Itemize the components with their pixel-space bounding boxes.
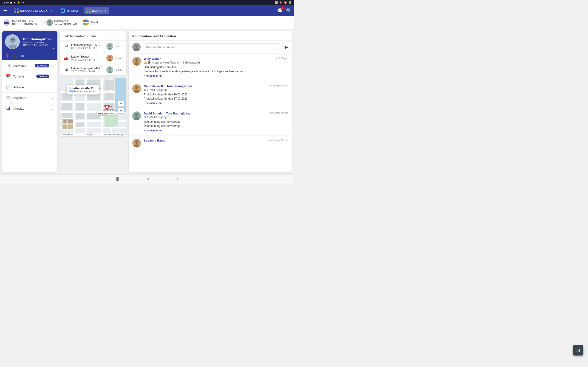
map-zoom-in[interactable]: +: [118, 101, 124, 107]
map-container[interactable]: Hannover r Kröpcke (U) Industr... Handel…: [60, 78, 126, 136]
comment-time-david: vor einem Monat: [269, 111, 288, 114]
angebote-chevron: ⌄: [52, 96, 54, 100]
svg-rect-8: [86, 11, 88, 13]
email-out-icon-0: ✉: [63, 44, 69, 49]
cp-item-1[interactable]: 🚗 Letzter Besuch 07.04.2020 um 14:42 Sus…: [60, 52, 126, 64]
comment-type-willy: 🔔 Erinnerung (Kein Abgleich mit Groupwar…: [144, 61, 288, 64]
location-icon[interactable]: 📍: [5, 54, 10, 58]
cp-label-0: Letzte Ausgangs-E-M...: [71, 43, 104, 47]
svg-rect-2: [15, 11, 16, 13]
mycrm-tab-label: MYCRM: [66, 9, 78, 12]
nav-tab-mycrm[interactable]: MYCRM: [58, 7, 80, 14]
comment-link-willy[interactable]: Kommentieren: [144, 74, 288, 77]
comment-text-willy: Herr Baumgärtner anrufen Bei dem Anruf s…: [144, 65, 288, 73]
nav-recent-apps-button[interactable]: |||: [116, 177, 119, 181]
nav-tab-infoboard[interactable]: INFOBOARD-COCKPIT: [12, 7, 54, 14]
svg-rect-14: [83, 23, 86, 25]
svg-rect-15: [86, 23, 89, 25]
breadcrumb-person-avatar: [46, 19, 53, 26]
comment-input-field[interactable]: [143, 43, 282, 51]
cp-item-0[interactable]: ✉ Letzte Ausgangs-E-M... 08.04.2020 um 1…: [60, 40, 126, 52]
svg-point-22: [108, 44, 111, 47]
comments-title: Kommentare und Aktivitäten: [129, 31, 292, 41]
phone-icon[interactable]: 📞: [13, 54, 17, 58]
comment-type-gabriele: ✉ E-Mail-Ausgang: [144, 88, 288, 92]
email-icon[interactable]: ✉: [21, 54, 24, 58]
svg-rect-3: [17, 11, 19, 13]
termine-chevron: ⌄: [52, 75, 54, 78]
hamburger-button[interactable]: ☰: [2, 7, 8, 14]
map-larger-link[interactable]: Größere Karte ansehen: [69, 90, 96, 93]
breadcrumb-item-1[interactable]: Baumgärtner, Tom,ARTGOS HANNOVER, H...: [4, 19, 43, 26]
board-close-icon[interactable]: ✕: [104, 9, 107, 12]
contact-title: Vorstandsvorsitzend...: [23, 41, 55, 44]
comments-list: Willy Weber vor 2 Tagen 🔔 Erinnerung (Ke…: [129, 54, 292, 172]
breadcrumb-item-2[interactable]: Baumgärtner,Tom, ARTGOS HAN...: [46, 19, 79, 26]
comment-body-susanne: Susanne Bauer vor einem Monat: [144, 139, 288, 148]
svg-rect-0: [15, 8, 16, 10]
comment-item-david: David Schulz › Tom Baumgärtner vor einem…: [129, 108, 292, 135]
anfragen-label: Anfragen: [13, 85, 49, 89]
menu-item-anfragen[interactable]: 📄 Anfragen ⌄: [2, 82, 57, 93]
nav-tab-board[interactable]: BOARD ✕: [84, 7, 109, 14]
alarm-icon: ⏰: [284, 1, 287, 4]
menu-item-aktivitaeten[interactable]: ☑ Aktivitäten 11 offene ⌄: [2, 60, 57, 71]
map-footer: Kartendaten Google Nutzungsbedingungen: [60, 133, 126, 136]
nav-home-button[interactable]: ○: [147, 177, 149, 181]
contact-avatar: [5, 34, 20, 49]
menu-item-projekte[interactable]: 🖼 Projekte ⌄: [2, 103, 57, 114]
breadcrumb-item-3[interactable]: Board: [83, 19, 98, 26]
menu-item-termine[interactable]: 📅 Termine 2 offene ⌄: [2, 71, 57, 82]
menu-item-angebote[interactable]: 📋 Angebote ⌄: [2, 93, 57, 103]
map-thumbnail[interactable]: [62, 118, 73, 130]
comment-author-susanne[interactable]: Susanne Bauer: [144, 139, 166, 142]
right-panel: Kommentare und Aktivitäten ▶: [129, 31, 292, 172]
map-footer-terms: Nutzungsbedingungen: [104, 133, 124, 135]
main-content: Tom Baumgärtner Vorstandsvorsitzend... A…: [0, 29, 294, 174]
comment-author-david[interactable]: David Schulz: [144, 112, 162, 115]
comment-body-gabriele: Gabriele Wolf › Tom Baumgärtner vor eine…: [144, 84, 288, 105]
anfragen-chevron: ⌄: [52, 85, 54, 89]
svg-rect-34: [68, 120, 73, 123]
comment-header-willy: Willy Weber vor 2 Tagen: [144, 57, 288, 60]
map-zoom-controls: + −: [118, 101, 124, 114]
termine-icon: 📅: [6, 74, 11, 79]
email-icon-david: ✉: [144, 116, 146, 119]
comment-send-button[interactable]: ▶: [285, 44, 288, 50]
svg-point-42: [135, 85, 138, 89]
map-zoom-out[interactable]: −: [118, 108, 124, 114]
breadcrumb-label-1: Baumgärtner, Tom,ARTGOS HANNOVER, H...: [11, 19, 43, 26]
comment-link-gabriele[interactable]: Kommentieren: [144, 102, 288, 105]
map-pin: Hinüberstraße 11: [96, 105, 117, 116]
comment-link-david[interactable]: Kommentieren: [144, 129, 288, 132]
svg-point-11: [48, 23, 52, 26]
contact-points-title: Letzte Kontaktpunkte: [60, 31, 126, 40]
search-button[interactable]: 🔍: [286, 8, 292, 13]
comment-body-david: David Schulz › Tom Baumgärtner vor einem…: [144, 111, 288, 132]
comment-author-willy[interactable]: Willy Weber: [144, 57, 161, 60]
comment-input-avatar: [132, 43, 141, 51]
svg-rect-12: [83, 19, 86, 22]
cp-person-2: Mark...: [115, 69, 123, 71]
contact-expand-icon[interactable]: ⌄: [52, 45, 55, 50]
status-time: 11:39 ▣ ▶ 🔒 •••: [2, 1, 24, 4]
infoboard-tab-label: INFOBOARD-COCKPIT: [20, 9, 52, 12]
nav-back-button[interactable]: ‹: [177, 177, 178, 181]
cp-item-2[interactable]: ✉ Letzte Eingangs-E-Mail 25.03.2020 um 1…: [60, 64, 126, 75]
angebote-label: Angebote: [13, 96, 49, 100]
svg-point-48: [135, 140, 138, 144]
comment-to-david[interactable]: Tom Baumgärtner: [166, 112, 191, 115]
bell-icon: 🔔: [144, 61, 147, 64]
status-bar: 11:39 ▣ ▶ 🔒 ••• 📶 🔇 ⏰ 🔋: [0, 0, 294, 5]
notifications-button[interactable]: 💬 2: [277, 8, 283, 13]
board-tab-label: BOARD: [92, 9, 103, 12]
map-pin-marker: [104, 105, 110, 111]
svg-point-36: [135, 44, 138, 48]
comment-author-gabriele[interactable]: Gabriele Wolf: [144, 84, 163, 88]
contact-header: Tom Baumgärtner Vorstandsvorsitzend... A…: [2, 31, 57, 52]
breadcrumb-sep-1: ›: [44, 21, 45, 24]
aktivitaeten-label: Aktivitäten: [13, 64, 33, 67]
email-in-icon: ✉: [63, 67, 69, 72]
comment-to-gabriele[interactable]: Tom Baumgärtner: [166, 84, 192, 88]
email-icon-gabriele: ✉: [144, 88, 146, 92]
